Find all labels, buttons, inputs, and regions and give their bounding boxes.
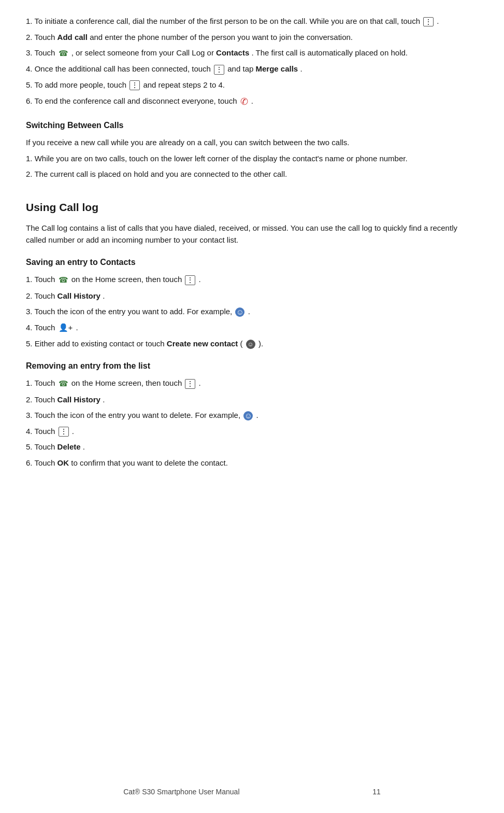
end-call-icon: ✆ [240,95,248,109]
removing-step-1: 1. Touch ☎ on the Home screen, then touc… [26,377,478,389]
menu-icon-2: ⋮ [214,65,224,75]
removing-step-3: 3. Touch the icon of the entry you want … [26,410,478,422]
saving-step-2: 2. Touch Call History . [26,290,478,302]
saving-step-1: 1. Touch ☎ on the Home screen, then touc… [26,274,478,286]
step-5: 5. To add more people, touch ⋮ and repea… [26,79,478,91]
menu-icon-6: ⋮ [59,427,69,437]
removing-section: Removing an entry from the list 1. Touch… [26,360,478,469]
removing-heading: Removing an entry from the list [26,360,478,372]
phone-icon-2: ☎ [59,274,68,286]
removing-step-6: 6. Touch OK to confirm that you want to … [26,457,478,469]
using-calllog-heading: Using Call log [26,199,478,216]
saving-step-4: 4. Touch 👤+ . [26,322,478,334]
step-3: 3. Touch ☎ , or select someone from your… [26,47,478,59]
using-call-log-section: Using Call log The Call log contains a l… [26,199,478,469]
person-icon-2: ☺ [243,411,253,420]
menu-icon-3: ⋮ [129,80,140,90]
page-content: 1. To initiate a conference call, dial t… [26,16,478,469]
using-calllog-para: The Call log contains a list of calls th… [26,222,478,246]
saving-step-5: 5. Either add to existing contact or tou… [26,338,478,350]
add-person-icon: 👤+ [59,322,73,334]
removing-step-4: 4. Touch ⋮ . [26,426,478,438]
phone-icon-3: ☎ [59,378,68,390]
page-number: 11 [372,788,381,796]
switching-para: If you receive a new call while you are … [26,137,478,149]
saving-step-3: 3. Touch the icon of the entry you want … [26,306,478,318]
phone-icon-1: ☎ [59,48,68,60]
step-6: 6. To end the conference call and discon… [26,95,478,109]
saving-section: Saving an entry to Contacts 1. Touch ☎ o… [26,256,478,349]
footer: Cat® S30 Smartphone User Manual 11 [0,787,504,797]
step-1: 1. To initiate a conference call, dial t… [26,16,478,27]
saving-heading: Saving an entry to Contacts [26,256,478,269]
menu-icon-5: ⋮ [185,379,195,389]
switching-heading: Switching Between Calls [26,119,478,132]
switching-section: Switching Between Calls If you receive a… [26,119,478,180]
person-icon-1: ☺ [235,307,244,317]
conference-call-steps: 1. To initiate a conference call, dial t… [26,16,478,109]
removing-step-5: 5. Touch Delete . [26,441,478,453]
switching-step-1: 1. While you are on two calls, touch on … [26,153,478,165]
removing-step-2: 2. Touch Call History . [26,394,478,406]
step-4: 4. Once the additional call has been con… [26,63,478,75]
switching-step-2: 2. The current call is placed on hold an… [26,169,478,180]
step1-text: 1. To initiate a conference call, dial t… [26,17,420,25]
footer-text: Cat® S30 Smartphone User Manual [123,788,239,796]
create-contact-icon: ☺ [246,340,255,349]
menu-icon-1: ⋮ [423,17,434,27]
step-2: 2. Touch Add call and enter the phone nu… [26,32,478,44]
menu-icon-4: ⋮ [185,275,195,285]
